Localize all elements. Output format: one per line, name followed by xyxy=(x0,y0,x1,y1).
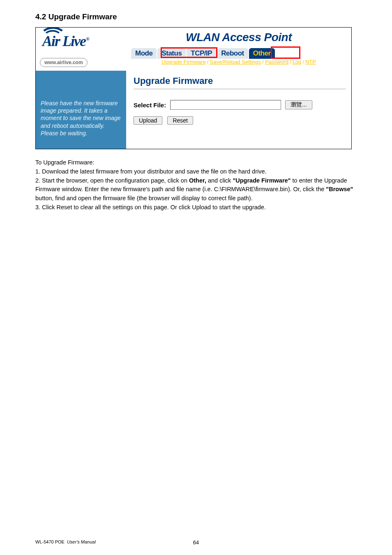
sub-nav: Upgrade Firmware/Save/Reload Settings/Pa… xyxy=(161,59,316,65)
title-area: WLAN Access Point Mode Status TCP/IP Reb… xyxy=(126,28,351,71)
step-2: 2. Start the browser, open the configura… xyxy=(35,176,356,203)
select-file-row: Select File: 瀏覽... xyxy=(134,100,346,110)
page-footer: WL-5470 POE User's Manual 64 xyxy=(35,539,357,544)
left-help-rail: Please have the new firmware image prepa… xyxy=(36,71,126,149)
content-area: Upgrade Firmware Select File: 瀏覽... Uplo… xyxy=(126,71,351,149)
tab-status[interactable]: Status xyxy=(157,48,186,59)
link-save-reload[interactable]: Save/Reload Settings xyxy=(210,59,261,65)
instruction-text: To Upgrade Firmware: 1. Download the lat… xyxy=(35,158,356,212)
screenshot-panel: Air Live® www.airlive.com WLAN Access Po… xyxy=(35,27,352,149)
tab-mode[interactable]: Mode xyxy=(131,48,157,59)
tab-reboot[interactable]: Reboot xyxy=(217,48,248,59)
tab-tcpip[interactable]: TCP/IP xyxy=(187,48,216,59)
body-band: Please have the new firmware image prepa… xyxy=(36,71,351,149)
link-password[interactable]: Password xyxy=(265,59,288,65)
logo-area: Air Live® www.airlive.com xyxy=(36,28,126,71)
section-heading: 4.2 Upgrade Firmware xyxy=(35,12,357,21)
tab-other[interactable]: Other xyxy=(249,48,275,59)
tabbar: Mode Status TCP/IP Reboot Other Upgrade … xyxy=(131,48,351,68)
link-ntp[interactable]: NTP xyxy=(305,59,316,65)
footer-page-number: 64 xyxy=(193,539,199,546)
upload-button[interactable]: Upload xyxy=(134,116,162,125)
step-3: 3. Click Reset to clear all the settings… xyxy=(35,203,356,212)
wlan-title: WLAN Access Point xyxy=(126,31,351,44)
footer-manual: User's Manual xyxy=(67,539,96,544)
intro-line: To Upgrade Firmware: xyxy=(35,158,356,167)
panel-title: Upgrade Firmware xyxy=(134,76,346,86)
panel-divider xyxy=(134,89,346,89)
step-1: 1. Download the latest firmware from you… xyxy=(35,167,356,176)
link-log[interactable]: Log xyxy=(293,59,302,65)
reset-button[interactable]: Reset xyxy=(167,116,193,125)
link-upgrade-firmware[interactable]: Upgrade Firmware xyxy=(161,59,206,65)
header-band: Air Live® www.airlive.com WLAN Access Po… xyxy=(36,28,351,71)
footer-model: WL-5470 POE xyxy=(35,539,65,544)
browse-button[interactable]: 瀏覽... xyxy=(285,100,312,109)
file-path-input[interactable] xyxy=(170,100,281,110)
airlive-logo-text: Air Live® xyxy=(42,32,89,50)
logo-url-pill: www.airlive.com xyxy=(40,58,88,67)
select-file-label: Select File: xyxy=(134,102,166,109)
